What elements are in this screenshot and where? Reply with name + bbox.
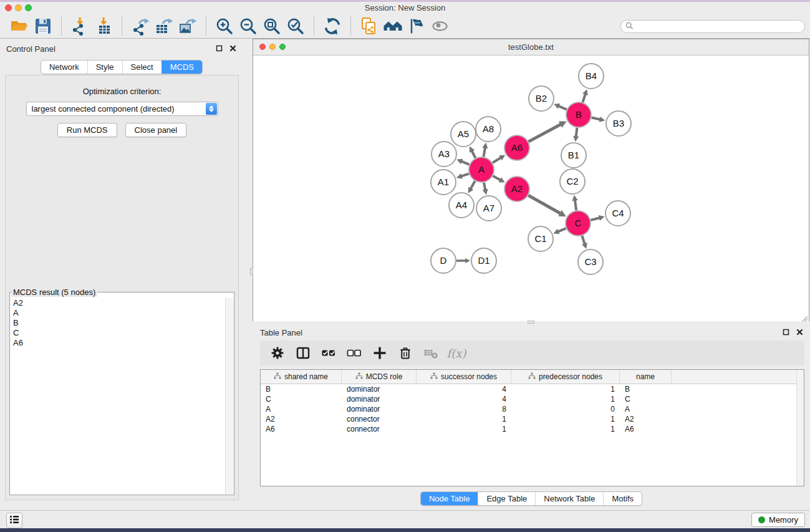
cell[interactable]: connector	[342, 414, 417, 424]
cell[interactable]: 4	[417, 384, 511, 394]
close-panel-button[interactable]: Close panel	[125, 123, 187, 137]
cell[interactable]: 1	[511, 384, 620, 394]
resize-grip-icon[interactable]	[801, 313, 808, 321]
cell[interactable]: 0	[511, 404, 620, 414]
cell[interactable]: 4	[417, 394, 511, 404]
settings-icon[interactable]	[269, 345, 286, 361]
split-view-icon[interactable]	[295, 345, 311, 361]
column-header-predecessor-nodes[interactable]: predecessor nodes	[511, 370, 620, 384]
optimization-criterion-dropdown[interactable]: largest connected component (directed)	[26, 102, 218, 116]
column-header-name[interactable]: name	[620, 370, 672, 384]
table-float-icon[interactable]	[782, 328, 789, 336]
cell[interactable]: 1	[417, 414, 511, 424]
tab-style[interactable]: Style	[87, 60, 122, 74]
network-close-button[interactable]	[259, 44, 266, 50]
cell[interactable]: A	[261, 404, 342, 414]
mcds-result-item[interactable]: A2	[11, 298, 225, 308]
delete-rows-icon[interactable]	[397, 345, 413, 361]
select-all-icon[interactable]	[321, 345, 337, 361]
node-label-B2: B2	[536, 93, 547, 104]
cell[interactable]: dominator	[342, 404, 417, 414]
export-table-icon[interactable]	[154, 16, 174, 36]
arrowhead-D-D1	[465, 258, 470, 263]
mcds-result-item[interactable]: A6	[11, 338, 225, 348]
zoom-out-icon[interactable]	[238, 16, 258, 36]
save-session-icon[interactable]	[33, 16, 53, 36]
edge-B-B2	[558, 106, 567, 110]
cell[interactable]: dominator	[342, 384, 417, 394]
memory-button[interactable]: Memory	[751, 513, 805, 527]
mcds-result-item[interactable]: B	[11, 318, 225, 328]
home-icon[interactable]	[383, 16, 403, 36]
cell[interactable]: 1	[511, 394, 620, 404]
cell[interactable]: B	[620, 384, 672, 394]
cell[interactable]: A6	[620, 424, 672, 434]
close-panel-icon[interactable]	[229, 44, 236, 52]
tab-network-table[interactable]: Network Table	[535, 492, 603, 505]
close-window-button[interactable]	[5, 4, 12, 11]
tab-edge-table[interactable]: Edge Table	[478, 492, 535, 505]
mcds-result-item[interactable]: A	[11, 308, 225, 318]
cell[interactable]: A6	[261, 424, 342, 434]
table-row[interactable]: A2connector11A2	[261, 414, 804, 424]
table-row[interactable]: Cdominator41C	[261, 394, 804, 404]
optimization-criterion-label: Optimization criterion:	[6, 87, 238, 96]
mcds-list-scrollbar[interactable]	[225, 298, 233, 494]
node-label-B1: B1	[568, 150, 579, 160]
horizontal-splitter-handle[interactable]	[528, 321, 534, 324]
import-network-icon[interactable]	[70, 16, 90, 36]
cell[interactable]: A2	[261, 414, 342, 424]
zoom-in-icon[interactable]	[215, 16, 234, 36]
cell[interactable]: 1	[511, 414, 620, 424]
refresh-icon[interactable]	[322, 16, 342, 36]
cell[interactable]: dominator	[342, 394, 417, 404]
export-image-icon[interactable]	[178, 16, 198, 36]
task-history-button[interactable]	[6, 513, 22, 528]
table-row[interactable]: Adominator80A	[261, 404, 804, 414]
cell[interactable]: C	[261, 394, 342, 404]
export-network-icon[interactable]	[130, 16, 150, 36]
vertical-splitter-handle[interactable]	[250, 268, 253, 275]
cell[interactable]: A2	[620, 414, 672, 424]
tab-node-table[interactable]: Node Table	[421, 492, 478, 505]
cell[interactable]: 1	[511, 424, 620, 434]
cell[interactable]: C	[620, 394, 672, 404]
cell[interactable]: B	[261, 384, 342, 394]
edge-A-A1	[461, 174, 469, 177]
run-mcds-button[interactable]: Run MCDS	[57, 123, 117, 137]
column-header-successor-nodes[interactable]: successor nodes	[417, 370, 511, 384]
column-header-MCDS-role[interactable]: MCDS role	[342, 370, 417, 384]
search-input[interactable]	[636, 21, 804, 32]
tab-select[interactable]: Select	[122, 60, 162, 74]
cell[interactable]: A	[620, 404, 672, 414]
table-scrollbar[interactable]	[796, 370, 804, 486]
zoom-selected-icon[interactable]	[286, 16, 306, 36]
tab-mcds[interactable]: MCDS	[162, 60, 202, 74]
duplicate-network-icon[interactable]	[359, 16, 379, 36]
zoom-window-button[interactable]	[25, 4, 32, 11]
network-canvas[interactable]: AA1A2A3A4A5A6A7A8BB1B2B3B4CC1C2C3C4DD1	[253, 56, 809, 321]
table-close-icon[interactable]	[796, 328, 803, 336]
column-header-shared-name[interactable]: shared name	[261, 370, 342, 384]
arrowhead-A-A7	[483, 189, 488, 195]
deselect-all-icon[interactable]	[346, 345, 362, 361]
network-minimize-button[interactable]	[269, 44, 276, 50]
cell[interactable]: 8	[417, 404, 511, 414]
network-zoom-button[interactable]	[279, 44, 286, 50]
open-file-icon[interactable]	[9, 16, 29, 36]
search-box[interactable]	[620, 20, 805, 33]
zoom-fit-icon[interactable]	[262, 16, 282, 36]
shared-column-icon	[274, 372, 281, 382]
import-table-icon[interactable]	[94, 16, 113, 36]
add-column-icon[interactable]	[372, 345, 388, 361]
table-row[interactable]: A6connector11A6	[261, 424, 804, 434]
tab-motifs[interactable]: Motifs	[603, 492, 642, 505]
mcds-result-item[interactable]: C	[11, 328, 225, 338]
tab-network[interactable]: Network	[41, 60, 87, 74]
cell[interactable]: connector	[342, 424, 417, 434]
hide-panel-icon[interactable]	[407, 16, 427, 36]
cell[interactable]: 1	[417, 424, 511, 434]
table-row[interactable]: Bdominator41B	[261, 384, 804, 394]
float-panel-icon[interactable]	[215, 44, 223, 52]
minimize-window-button[interactable]	[15, 4, 22, 11]
